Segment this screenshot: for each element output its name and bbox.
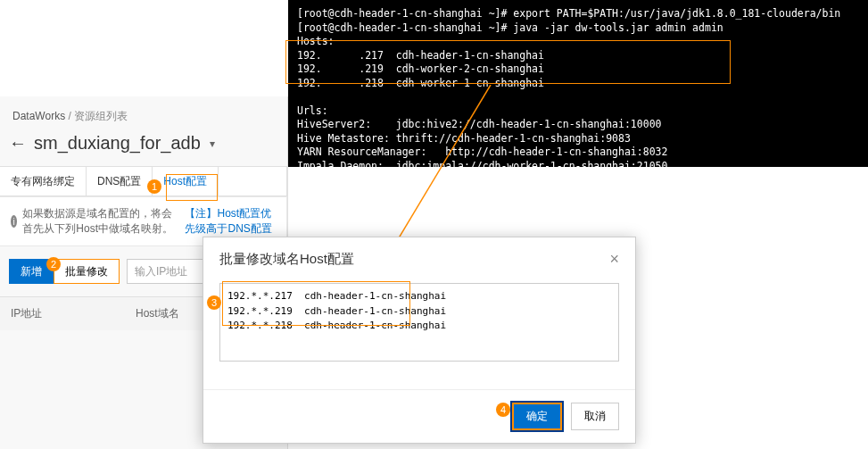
confirm-button[interactable]: 确定 [512,403,562,430]
annotation-badge-3: 3 [207,295,221,310]
term-url: Hive Metastore: thrift://cdh-header-1-cn… [297,132,631,145]
cancel-button[interactable]: 取消 [571,403,619,430]
close-icon[interactable]: × [609,250,619,269]
tab-dns-config[interactable]: DNS配置 [87,167,153,195]
breadcrumb-app[interactable]: DataWorks [12,110,65,122]
info-icon: i [11,215,17,228]
term-line: Urls: [297,104,328,117]
batch-edit-button[interactable]: 批量修改 [54,259,120,284]
dialog-footer: 确定 取消 [203,389,635,443]
annotation-badge-2: 2 [46,257,61,271]
breadcrumb-sep: / [68,110,70,122]
term-url: HiveServer2: jdbc:hive2://cdh-header-1-c… [297,118,662,130]
page-title-row: ← sm_duxiang_for_adb ▾ [0,129,287,166]
term-url: YARN ResourceManager: http://cdh-header-… [297,146,667,158]
tab-vpc-binding[interactable]: 专有网络绑定 [0,167,87,195]
ip-search-input[interactable]: 输入IP地址 [127,259,207,284]
dialog-header: 批量修改域名Host配置 × [203,237,635,278]
highlight-hosts-box [285,40,731,84]
highlight-tab-box [166,174,218,201]
term-url: Impala Daemon: jdbc:impala://cdh-worker-… [297,160,667,172]
annotation-badge-1: 1 [147,179,161,194]
tabs-row: 专有网络绑定 DNS配置 Host配置 [0,166,287,196]
dialog-title: 批量修改域名Host配置 [219,251,354,268]
annotation-badge-4: 4 [496,403,510,417]
col-host: Host域名 [136,306,179,321]
info-note: 【注】Host配置优先级高于DNS配置 [185,206,276,237]
breadcrumb: DataWorks / 资源组列表 [0,96,287,129]
chevron-down-icon[interactable]: ▾ [210,137,215,150]
back-arrow-icon[interactable]: ← [9,133,27,154]
batch-edit-dialog: 批量修改域名Host配置 × 确定 取消 [203,237,636,444]
page-title: sm_duxiang_for_adb [34,133,201,154]
term-line: [root@cdh-header-1-cn-shanghai ~]# expor… [297,7,840,20]
breadcrumb-page[interactable]: 资源组列表 [74,110,128,122]
highlight-textarea-box [222,281,410,326]
col-ip: IP地址 [11,306,136,321]
term-line: [root@cdh-header-1-cn-shanghai ~]# java … [297,21,723,34]
info-text: 如果数据源是域名配置的，将会首先从下列Host中做域名映射。 [22,206,179,237]
